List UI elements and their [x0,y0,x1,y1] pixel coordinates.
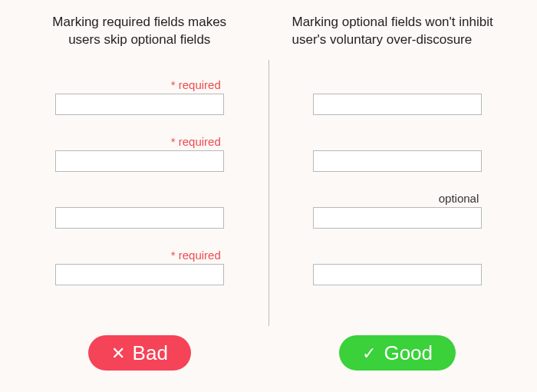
good-badge-label: Good [384,343,433,363]
check-icon: ✓ [362,345,376,362]
cross-icon: ✕ [111,345,125,362]
form-field [313,135,482,172]
form-field: * required [55,78,224,115]
form-field [55,192,224,229]
field-annotation-required: * required [171,135,224,150]
example-bad-panel: Marking required fields makes users skip… [23,14,256,371]
form-field [313,249,482,285]
text-input[interactable] [313,264,482,285]
form-field [313,78,482,115]
text-input[interactable] [55,150,224,172]
form-field: optional [313,192,482,229]
field-annotation-required: * required [171,249,224,264]
text-input[interactable] [313,150,482,172]
example-bad-form: * required * required * required [55,78,224,328]
bad-badge-label: Bad [133,343,168,363]
text-input[interactable] [313,207,482,229]
field-annotation-required: * required [171,78,224,94]
field-annotation-optional: optional [439,192,483,207]
example-bad-caption: Marking required fields makes users skip… [31,14,249,51]
example-good-caption: Marking optional fields won't inhibit us… [289,14,507,51]
text-input[interactable] [313,94,482,115]
divider [268,60,269,326]
text-input[interactable] [55,264,224,285]
text-input[interactable] [55,94,224,115]
example-good-panel: Marking optional fields won't inhibit us… [282,14,515,371]
bad-badge: ✕ Bad [88,335,191,371]
text-input[interactable] [55,207,224,229]
good-badge: ✓ Good [339,335,456,371]
form-field: * required [55,249,224,285]
form-field: * required [55,135,224,172]
example-good-form: optional [313,78,482,328]
